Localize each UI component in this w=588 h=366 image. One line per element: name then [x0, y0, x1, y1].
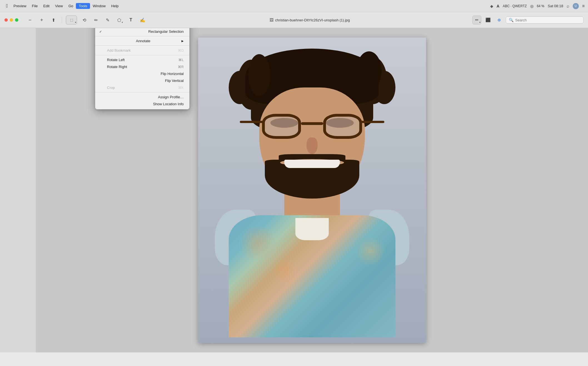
wifi-icon: ◎	[530, 4, 534, 8]
menubar-item-go[interactable]: Go	[66, 3, 76, 9]
shapes-icon: ⬠	[117, 17, 121, 23]
assign-profile-label: Assign Profile…	[158, 95, 184, 99]
add-bookmark-label: Add Bookmark	[107, 48, 131, 52]
selection-icon: ⬚	[70, 18, 73, 22]
markup-button[interactable]: ⊕	[495, 16, 504, 24]
sidebar	[0, 28, 36, 352]
rotate-left-label: Rotate Left	[107, 58, 125, 62]
annotate-arrow: ▶	[181, 39, 184, 42]
menubar-item-help[interactable]: Help	[108, 3, 121, 9]
filename-label: christian-buehner-DltYlc26zVI-unsplash (…	[275, 18, 350, 22]
menubar-item-preview[interactable]: Preview	[11, 3, 29, 9]
keyboard-label: ABC · QWERTZ	[503, 4, 527, 8]
menu-separator-5	[95, 55, 189, 55]
menubar-item-file[interactable]: File	[29, 3, 41, 9]
tools-dropdown-menu: Show Inspector ⌘I Show Magnifier ▶ Adjus…	[95, 28, 190, 109]
crop-shortcut: ⌘K	[178, 86, 184, 90]
toolbar-separator-1	[62, 17, 62, 23]
text-tool-button[interactable]: T	[126, 16, 135, 24]
menu-item-annotate[interactable]: Annotate ▶	[95, 37, 189, 44]
pencil-tool-button[interactable]: ✏	[91, 16, 100, 24]
signature-tool-button[interactable]: ✍	[138, 16, 147, 24]
menu-separator-3	[95, 36, 189, 36]
battery-label: 64 %	[537, 4, 544, 8]
menu-separator-6	[95, 92, 189, 92]
flip-vertical-label: Flip Vertical	[165, 79, 184, 83]
menubar-right: ◆ A ABC · QWERTZ ◎ 64 % Sat 08:18 ⌕ U ≡	[490, 3, 585, 9]
search-input[interactable]	[515, 18, 580, 22]
main-content: Show Inspector ⌘I Show Magnifier ▶ Adjus…	[0, 28, 588, 352]
edit-pencil-arrow: ▾	[479, 21, 480, 24]
apple-menu-item[interactable]: 	[3, 2, 11, 10]
zoom-out-button[interactable]: −	[26, 16, 34, 24]
menubar-item-view[interactable]: View	[52, 3, 66, 9]
menu-item-flip-vertical[interactable]: Flip Vertical	[95, 77, 189, 84]
search-bar[interactable]: 🔍	[506, 16, 584, 24]
share-button[interactable]: ⬆	[49, 16, 58, 24]
shapes-arrow: ▾	[122, 21, 123, 24]
clock: Sat 08:18	[548, 4, 563, 8]
highlight-tool-button[interactable]: ✎	[103, 16, 112, 24]
menu-item-rectangular-selection[interactable]: ✓ Rectangular Selection	[95, 28, 189, 35]
dropdown-arrow: ▾	[75, 21, 76, 24]
rotate-right-shortcut: ⌘R	[178, 65, 184, 69]
photo-canvas	[198, 37, 426, 343]
edit-pencil-icon: ✏	[475, 17, 479, 22]
lasso-tool-button[interactable]: ⟲	[80, 16, 89, 24]
annotate-label: Annotate	[136, 39, 150, 43]
shapes-tool-button[interactable]: ⬠ ▾	[115, 16, 124, 24]
edit-pencil-button[interactable]: ✏ ▾	[472, 16, 481, 24]
rotate-left-shortcut: ⌘L	[178, 58, 184, 62]
file-icon: 🖼	[270, 18, 273, 22]
menu-item-crop[interactable]: Crop ⌘K	[95, 84, 189, 91]
menu-icon[interactable]: ≡	[582, 4, 585, 9]
close-button[interactable]	[4, 18, 8, 22]
maximize-button[interactable]	[15, 18, 18, 22]
search-icon-toolbar: 🔍	[509, 18, 514, 22]
window-title: 🖼 christian-buehner-DltYlc26zVI-unsplash…	[270, 18, 350, 22]
rotate-right-label: Rotate Right	[107, 65, 127, 69]
menu-item-rotate-left[interactable]: Rotate Left ⌘L	[95, 56, 189, 63]
menu-item-show-location-info[interactable]: Show Location Info	[95, 101, 189, 107]
copy-button[interactable]: ⬛	[484, 16, 492, 24]
menu-item-rotate-right[interactable]: Rotate Right ⌘R	[95, 63, 189, 70]
crop-label: Crop	[107, 86, 115, 90]
avatar-icon[interactable]: U	[573, 3, 579, 9]
menu-item-assign-profile[interactable]: Assign Profile…	[95, 94, 189, 101]
menubar-item-window[interactable]: Window	[90, 3, 108, 9]
menubar-item-edit[interactable]: Edit	[41, 3, 52, 9]
menu-item-add-bookmark[interactable]: Add Bookmark ⌘D	[95, 47, 189, 54]
notch-icon: ◆	[490, 4, 493, 8]
flip-horizontal-label: Flip Horizontal	[161, 72, 184, 76]
menu-separator-4	[95, 46, 189, 46]
rectangular-check: ✓	[99, 30, 103, 34]
add-bookmark-shortcut: ⌘D	[178, 49, 184, 52]
image-area: Show Inspector ⌘I Show Magnifier ▶ Adjus…	[36, 28, 588, 352]
show-location-info-label: Show Location Info	[153, 102, 184, 106]
selection-tool-button[interactable]: ⬚ ▾	[66, 16, 77, 24]
menubar:  Preview File Edit View Go Tools Window…	[0, 0, 588, 12]
menu-item-flip-horizontal[interactable]: Flip Horizontal	[95, 70, 189, 77]
rectangular-selection-label: Rectangular Selection	[148, 29, 184, 34]
search-icon[interactable]: ⌕	[567, 4, 569, 9]
menubar-item-tools[interactable]: Tools	[76, 3, 90, 9]
traffic-lights	[4, 18, 18, 22]
abc-icon: A	[497, 4, 499, 8]
zoom-in-button[interactable]: +	[37, 16, 46, 24]
minimize-button[interactable]	[10, 18, 13, 22]
